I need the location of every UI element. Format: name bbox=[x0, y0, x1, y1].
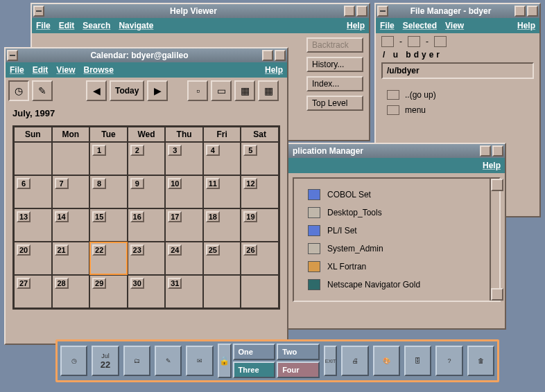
day-cell[interactable]: 19 bbox=[241, 208, 279, 242]
appmgr-titlebar[interactable]: plication Manager bbox=[288, 144, 505, 158]
day-cell[interactable]: 4 bbox=[203, 142, 241, 175]
menu-view[interactable]: View bbox=[56, 65, 75, 75]
workspace-three[interactable]: Three bbox=[233, 362, 276, 378]
day-cell[interactable]: 28 bbox=[52, 275, 90, 308]
menu-file[interactable]: File bbox=[380, 21, 395, 30]
maximize-button[interactable] bbox=[527, 6, 538, 17]
cal-titlebar[interactable]: Calendar: bdyer@galileo bbox=[6, 48, 287, 62]
toplevel-button[interactable]: Top Level bbox=[306, 96, 363, 111]
today-button[interactable]: Today bbox=[110, 80, 144, 101]
app-item[interactable]: Desktop_Tools bbox=[308, 204, 485, 222]
day-cell[interactable]: 31 bbox=[165, 275, 203, 308]
day-cell[interactable]: 12 bbox=[241, 175, 279, 208]
sysmenu-icon[interactable] bbox=[7, 50, 18, 61]
day-cell[interactable]: 20 bbox=[14, 242, 52, 275]
menu-file[interactable]: File bbox=[10, 65, 24, 75]
day-cell[interactable]: 11 bbox=[203, 175, 241, 208]
year-view-icon[interactable]: ▦ bbox=[258, 80, 279, 101]
app-item[interactable]: Netscape Navigator Gold bbox=[308, 276, 485, 294]
day-cell[interactable]: 2 bbox=[128, 142, 166, 175]
next-button[interactable]: ▶ bbox=[147, 80, 168, 101]
maximize-button[interactable] bbox=[275, 50, 286, 61]
app-item[interactable]: System_Admin bbox=[308, 240, 485, 258]
todo-icon[interactable]: ✎ bbox=[32, 80, 53, 101]
folder-icon[interactable] bbox=[434, 36, 447, 47]
filemgr-dock-icon[interactable]: 🗂 bbox=[123, 346, 150, 376]
backtrack-button[interactable]: Backtrack bbox=[306, 37, 363, 53]
day-cell[interactable]: 29 bbox=[89, 275, 128, 308]
maximize-button[interactable] bbox=[356, 6, 367, 17]
editor-dock-icon[interactable]: ✎ bbox=[155, 346, 182, 376]
sysmenu-icon[interactable] bbox=[33, 6, 44, 17]
day-cell[interactable]: 24 bbox=[165, 242, 203, 275]
scrollbar[interactable] bbox=[490, 179, 499, 301]
day-cell[interactable]: 9 bbox=[128, 175, 166, 208]
fm-breadcrumb[interactable]: / u bdyer bbox=[376, 50, 539, 62]
menu-help[interactable]: Help bbox=[265, 65, 283, 75]
appmgr-dock-icon[interactable]: 🗄 bbox=[404, 346, 431, 376]
day-view-icon[interactable]: ▫ bbox=[187, 80, 208, 101]
menu-browse[interactable]: Browse bbox=[83, 65, 113, 75]
appointment-icon[interactable]: ◷ bbox=[8, 80, 29, 101]
minimize-button[interactable] bbox=[480, 145, 491, 157]
menu-navigate[interactable]: Navigate bbox=[119, 21, 153, 30]
day-cell[interactable]: 16 bbox=[128, 208, 166, 242]
maximize-button[interactable] bbox=[492, 145, 503, 157]
calendar-dock-icon[interactable]: Jul 22 bbox=[92, 346, 119, 376]
app-item[interactable]: PL/I Set bbox=[308, 222, 485, 240]
day-cell[interactable]: 17 bbox=[165, 208, 203, 242]
day-cell[interactable]: 1 bbox=[89, 142, 128, 175]
menu-selected[interactable]: Selected bbox=[403, 21, 437, 30]
day-cell[interactable]: 13 bbox=[14, 208, 52, 242]
day-cell[interactable]: 27 bbox=[14, 275, 52, 308]
trash-dock-icon[interactable]: 🗑 bbox=[467, 346, 494, 376]
day-cell[interactable]: 30 bbox=[128, 275, 166, 308]
fm-path-input[interactable]: /u/bdyer bbox=[381, 62, 534, 79]
workspace-four[interactable]: Four bbox=[277, 362, 320, 378]
help-dock-icon[interactable]: ? bbox=[435, 346, 462, 376]
workspace-two[interactable]: Two bbox=[277, 344, 320, 360]
menu-edit[interactable]: Edit bbox=[33, 65, 49, 75]
day-cell[interactable]: 21 bbox=[52, 242, 90, 275]
day-cell[interactable]: 7 bbox=[52, 175, 90, 208]
minimize-button[interactable] bbox=[344, 6, 355, 17]
clock-icon[interactable]: ◷ bbox=[60, 346, 87, 376]
day-cell[interactable]: 8 bbox=[89, 175, 128, 208]
index-button[interactable]: Index... bbox=[306, 76, 363, 91]
menu-file[interactable]: File bbox=[36, 21, 51, 30]
app-item[interactable]: XL Fortran bbox=[308, 258, 485, 276]
month-view-icon[interactable]: ▦ bbox=[234, 80, 255, 101]
printer-dock-icon[interactable]: 🖨 bbox=[341, 346, 368, 376]
menu-help[interactable]: Help bbox=[517, 21, 535, 30]
history-button[interactable]: History... bbox=[306, 57, 363, 72]
day-cell[interactable]: 18 bbox=[203, 208, 241, 242]
day-cell[interactable]: 25 bbox=[203, 242, 241, 275]
week-view-icon[interactable]: ▭ bbox=[211, 80, 232, 101]
style-dock-icon[interactable]: 🎨 bbox=[373, 346, 400, 376]
day-cell[interactable]: 14 bbox=[52, 208, 90, 242]
list-item[interactable]: ..(go up) bbox=[386, 87, 530, 103]
sysmenu-icon[interactable] bbox=[377, 6, 388, 17]
help-titlebar[interactable]: Help Viewer bbox=[32, 4, 369, 18]
day-cell[interactable]: 22 bbox=[89, 242, 128, 275]
folder-icon[interactable] bbox=[381, 36, 394, 47]
prev-button[interactable]: ◀ bbox=[86, 80, 107, 101]
minimize-button[interactable] bbox=[514, 6, 526, 17]
workspace-one[interactable]: One bbox=[233, 344, 276, 360]
menu-view[interactable]: View bbox=[445, 21, 464, 30]
day-cell[interactable]: 3 bbox=[165, 142, 203, 175]
exit-icon[interactable]: EXIT bbox=[324, 346, 338, 376]
app-item[interactable]: COBOL Set bbox=[308, 186, 485, 204]
menu-edit[interactable]: Edit bbox=[59, 21, 75, 30]
fm-titlebar[interactable]: File Manager - bdyer bbox=[376, 4, 539, 18]
minimize-button[interactable] bbox=[262, 50, 273, 61]
lock-icon[interactable]: 🔒 bbox=[218, 344, 232, 378]
day-cell[interactable]: 10 bbox=[165, 175, 203, 208]
mail-dock-icon[interactable]: ✉ bbox=[186, 346, 213, 376]
menu-help[interactable]: Help bbox=[347, 21, 365, 30]
folder-icon[interactable] bbox=[408, 36, 420, 47]
day-cell[interactable]: 15 bbox=[89, 208, 128, 242]
menu-help[interactable]: Help bbox=[483, 161, 501, 170]
day-cell[interactable]: 5 bbox=[241, 142, 279, 175]
menu-search[interactable]: Search bbox=[83, 21, 110, 30]
